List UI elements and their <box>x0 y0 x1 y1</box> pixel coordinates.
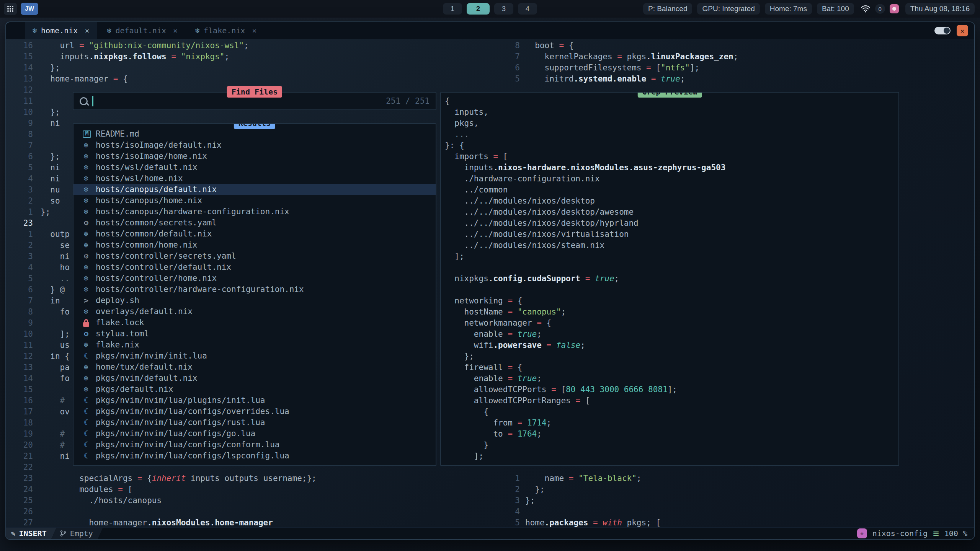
result-item[interactable]: ❄ hosts/common/home.nix <box>74 240 436 251</box>
right-editor-pane-top[interactable]: 8 boot = {7 kernelPackages = pkgs.linuxP… <box>503 40 974 85</box>
window-close-button[interactable]: ✕ <box>957 25 968 36</box>
tab-label: default.nix <box>115 26 166 35</box>
result-item[interactable]: ❄ hosts/controller/home.nix <box>74 273 436 284</box>
workspace-button[interactable]: 2 <box>467 3 490 15</box>
line-number: 19 <box>6 429 41 440</box>
result-item[interactable]: ☾ pkgs/nvim/nvim/lua/configs/conform.lua <box>74 439 436 450</box>
code-text: networkmanager = { <box>445 318 551 329</box>
workspace-label: 3 <box>502 5 506 13</box>
buffer-tab[interactable]: ❄ flake.nix × <box>188 22 264 39</box>
result-item[interactable]: ❄ hosts/wsl/home.nix <box>74 173 436 184</box>
result-path: hosts/common/secrets.yaml <box>96 217 217 228</box>
file-icon: ❄ <box>80 184 92 195</box>
code-text: kernelPackages = pkgs.linuxPackages_zen; <box>525 51 738 62</box>
result-item[interactable]: ☾ pkgs/nvim/nvim/init.lua <box>74 350 436 362</box>
code-text: ../../modules/nixos/desktop/awesome <box>445 207 634 218</box>
code-line: }; <box>445 351 898 362</box>
workspace-button[interactable]: 3 <box>494 3 513 15</box>
result-item[interactable]: > deploy.sh <box>74 295 436 306</box>
search-icon <box>80 97 88 105</box>
code-line: 4 <box>503 506 974 517</box>
result-item[interactable]: ❄ pkgs/default.nix <box>74 384 436 395</box>
line-number: 6 <box>503 62 525 73</box>
result-path: pkgs/nvim/nvim/lua/configs/go.lua <box>96 428 255 439</box>
code-text: us <box>41 340 70 351</box>
code-text: ../../modules/nixos/desktop/hyprland <box>445 218 639 229</box>
line-number: 8 <box>503 40 525 51</box>
result-item[interactable]: ❄ hosts/isoImage/default.nix <box>74 140 436 151</box>
palette-icon[interactable] <box>890 4 899 13</box>
workspace-label: 4 <box>526 5 529 13</box>
code-line: ]; <box>445 251 898 262</box>
result-item[interactable]: ❄ hosts/controller/hardware-configuratio… <box>74 284 436 295</box>
line-number: 16 <box>6 395 41 406</box>
find-files-prompt[interactable]: Find Files 251 / 251 <box>73 92 436 110</box>
tab-close-icon[interactable]: × <box>85 26 89 35</box>
code-text: pa <box>41 362 70 373</box>
line-number: 9 <box>6 318 41 329</box>
file-icon: ❄ <box>80 362 92 373</box>
launcher-logo[interactable]: JW <box>21 3 38 15</box>
result-item[interactable]: ❄ hosts/canopus/default.nix <box>74 184 436 195</box>
right-editor-pane-bottom[interactable]: 1 name = "Tela-black";2 };3};45home.pack… <box>503 473 974 527</box>
code-text: }: { <box>445 140 464 151</box>
wifi-icon[interactable] <box>861 5 871 13</box>
result-item[interactable]: ⚙ hosts/controller/secrets.yaml <box>74 251 436 262</box>
line-number: 3 <box>6 251 41 262</box>
code-text: nixpkgs.config.cudaSupport = true; <box>445 273 619 284</box>
result-item[interactable]: ❄ hosts/canopus/home.nix <box>74 195 436 206</box>
workspace-button[interactable]: 1 <box>443 3 462 15</box>
result-item[interactable]: ☾ pkgs/nvim/nvim/lua/configs/rust.lua <box>74 417 436 428</box>
tab-close-icon[interactable]: × <box>173 26 178 35</box>
tab-close-icon[interactable]: × <box>252 26 256 35</box>
result-item[interactable]: ☾ pkgs/nvim/nvim/lua/configs/go.lua <box>74 428 436 439</box>
line-number: 1 <box>6 229 41 240</box>
code-line: ./hardware-configuration.nix <box>445 173 898 184</box>
workspace-button[interactable]: 4 <box>518 3 537 15</box>
result-item[interactable]: ❄ hosts/canopus/hardware-configuration.n… <box>74 206 436 217</box>
result-item[interactable]: M README.md <box>74 129 436 140</box>
result-item[interactable]: ❄ pkgs/nvim/default.nix <box>74 373 436 384</box>
file-icon: ❄ <box>80 384 92 395</box>
result-item[interactable]: ⚙ stylua.toml <box>74 328 436 339</box>
tray-zero-icon[interactable]: 0 <box>875 4 885 14</box>
result-item[interactable]: ❄ overlays/default.nix <box>74 306 436 317</box>
code-line: ../../modules/nixos/desktop/hyprland <box>445 218 898 229</box>
workspace-label: 1 <box>451 5 454 13</box>
result-item[interactable]: ❄ home/tux/default.nix <box>74 362 436 373</box>
code-line: 14 }; <box>6 62 503 73</box>
result-item[interactable]: ⚙ hosts/common/secrets.yaml <box>74 217 436 228</box>
code-text: } <box>445 440 488 451</box>
result-item[interactable]: ☾ pkgs/nvim/nvim/lua/plugins/init.lua <box>74 395 436 406</box>
code-text: ni <box>41 162 60 173</box>
result-item[interactable]: ❄ hosts/controller/default.nix <box>74 262 436 273</box>
line-number: 3 <box>503 495 525 506</box>
code-line: inputs.nixos-hardware.nixosModules.asus-… <box>445 162 898 173</box>
result-item[interactable]: ❄ hosts/common/default.nix <box>74 228 436 240</box>
code-line: wifi.powersave = false; <box>445 340 898 351</box>
file-icon <box>80 319 92 327</box>
buffer-tab[interactable]: ❄ home.nix × <box>25 22 97 39</box>
line-number: 23 <box>6 473 41 484</box>
window-toggle-icon[interactable] <box>934 27 951 34</box>
result-path: hosts/controller/home.nix <box>96 273 217 284</box>
code-line: 27 home-manager.nixosModules.home-manage… <box>6 517 503 527</box>
result-item[interactable]: flake.lock <box>74 317 436 328</box>
code-line: 3}; <box>503 495 974 506</box>
result-path: pkgs/nvim/nvim/lua/plugins/init.lua <box>96 395 265 406</box>
result-item[interactable]: ☾ pkgs/nvim/nvim/lua/configs/lspconfig.l… <box>74 450 436 461</box>
code-text: enable = true; <box>445 373 542 384</box>
result-path: hosts/canopus/home.nix <box>96 195 202 206</box>
result-item[interactable]: ❄ hosts/wsl/default.nix <box>74 162 436 173</box>
result-item[interactable]: ☾ pkgs/nvim/nvim/lua/configs/overrides.l… <box>74 406 436 417</box>
code-text: { <box>445 406 488 417</box>
result-path: pkgs/default.nix <box>96 384 173 395</box>
line-number: 11 <box>6 340 41 351</box>
apps-grid-icon[interactable] <box>4 3 17 15</box>
buffer-tab[interactable]: ❄ default.nix × <box>99 22 185 39</box>
code-line: 2 }; <box>503 484 974 495</box>
result-item[interactable]: ❄ hosts/isoImage/home.nix <box>74 151 436 162</box>
result-item[interactable]: ❄ flake.nix <box>74 339 436 350</box>
code-text: }; <box>525 495 535 506</box>
code-text: boot = { <box>525 40 573 51</box>
